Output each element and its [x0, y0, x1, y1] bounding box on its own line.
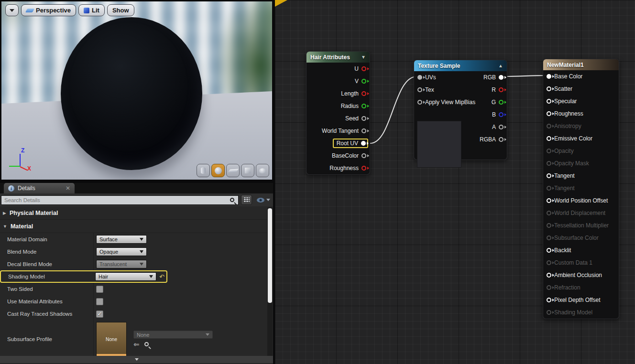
- pin-row[interactable]: A: [476, 121, 507, 133]
- pin-row[interactable]: BaseColor: [307, 150, 370, 162]
- wire-rgb-to-basecolor[interactable]: [503, 75, 546, 76]
- view-options-button[interactable]: [254, 197, 272, 203]
- close-icon[interactable]: ✕: [66, 185, 70, 192]
- preview-viewport[interactable]: Perspective Lit Show Z X: [1, 1, 272, 180]
- use-selected-asset-icon[interactable]: ⇐: [133, 341, 140, 348]
- blend-mode-dropdown[interactable]: Opaque: [96, 247, 147, 256]
- material-node-graph[interactable]: Hair Attributes ▼ U V Length Radius Seed…: [275, 0, 635, 364]
- pin-tangent[interactable]: [547, 173, 551, 178]
- property-matrix-button[interactable]: [241, 195, 252, 205]
- pin-u[interactable]: [361, 66, 366, 71]
- pin-a[interactable]: [499, 125, 504, 129]
- pin-row[interactable]: V: [307, 75, 370, 87]
- pin-row[interactable]: Apply View MipBias: [414, 96, 479, 108]
- pin-row[interactable]: Tex: [414, 84, 479, 96]
- shape-button-sphere[interactable]: [211, 164, 225, 177]
- shape-button-cylinder[interactable]: [197, 164, 210, 177]
- pin-roughness[interactable]: [547, 111, 551, 116]
- pin-seed[interactable]: [361, 116, 366, 121]
- pin-pixel-depth-offset[interactable]: [547, 298, 551, 302]
- search-input[interactable]: [1, 197, 230, 203]
- pin-backlit[interactable]: [547, 248, 551, 253]
- pin-rgba[interactable]: [499, 137, 504, 142]
- node-header[interactable]: Hair Attributes ▼: [307, 52, 370, 63]
- pin-row[interactable]: Length: [307, 87, 370, 100]
- scrollbar-thumb[interactable]: [268, 208, 272, 303]
- node-header[interactable]: NewMaterial1: [543, 59, 619, 70]
- pin-roughness[interactable]: [361, 166, 366, 171]
- pin-row[interactable]: Ambient Occlusion: [543, 269, 619, 281]
- pin-row[interactable]: R: [476, 84, 507, 96]
- lit-mode-button[interactable]: Lit: [78, 4, 105, 16]
- cast-ray-traced-shadows-checkbox[interactable]: [96, 310, 103, 318]
- pin-length[interactable]: [361, 91, 366, 96]
- pin-r[interactable]: [499, 87, 504, 92]
- node-newmaterial1[interactable]: NewMaterial1 Base Color Scatter Specular…: [543, 59, 619, 319]
- pin-row[interactable]: G: [476, 96, 507, 108]
- pin-row[interactable]: RGBA: [476, 133, 507, 146]
- wire-rootuv-to-uvs[interactable]: [370, 76, 417, 143]
- node-texture-sample[interactable]: Texture Sample ▲ UVs Tex Apply View MipB…: [414, 60, 507, 160]
- pin-scatter[interactable]: [547, 86, 551, 91]
- pin-radius[interactable]: [361, 104, 366, 108]
- pin-specular[interactable]: [547, 99, 551, 104]
- two-sided-checkbox[interactable]: [96, 286, 103, 293]
- pin-row[interactable]: B: [476, 108, 507, 121]
- show-button[interactable]: Show: [107, 4, 134, 16]
- pin-root-uv[interactable]: [361, 141, 366, 146]
- pin-apply-view-mipbias[interactable]: [417, 100, 422, 105]
- shape-button-cube[interactable]: [241, 164, 254, 177]
- viewport-options-button[interactable]: [5, 4, 19, 16]
- details-scrollbar[interactable]: [267, 207, 273, 356]
- pin-row[interactable]: UVs: [414, 71, 479, 84]
- node-header[interactable]: Texture Sample ▲: [414, 60, 507, 71]
- tab-details[interactable]: i Details ✕: [4, 183, 75, 193]
- collapse-icon[interactable]: ▼: [361, 54, 366, 60]
- pin-row[interactable]: Backlit: [543, 244, 619, 257]
- shading-model-dropdown[interactable]: Hair: [95, 272, 156, 281]
- pin-g[interactable]: [499, 100, 504, 105]
- pin-b[interactable]: [499, 112, 504, 117]
- pin-base-color[interactable]: [547, 74, 551, 79]
- pin-row[interactable]: Pixel Depth Offset: [543, 294, 619, 306]
- pin-row[interactable]: Roughness: [543, 107, 619, 120]
- pin-row[interactable]: Seed: [307, 112, 370, 125]
- node-hair-attributes[interactable]: Hair Attributes ▼ U V Length Radius Seed…: [306, 51, 370, 175]
- subsurface-profile-thumbnail[interactable]: None: [96, 322, 127, 356]
- details-panel: i Details ✕ ▶ Physical Ma: [0, 183, 273, 364]
- pin-row[interactable]: Radius: [307, 100, 370, 112]
- pin-row[interactable]: Specular: [543, 95, 619, 107]
- pin-row: Anisotropy: [543, 120, 619, 132]
- reset-to-default-icon[interactable]: ↶: [159, 274, 164, 280]
- pin-world-tangent[interactable]: [361, 128, 366, 133]
- perspective-button[interactable]: Perspective: [21, 4, 76, 16]
- pin-v[interactable]: [361, 79, 366, 84]
- pin-rgb[interactable]: [499, 75, 504, 80]
- expanded-arrow-icon: ▼: [3, 224, 7, 229]
- pin-row[interactable]: Roughness: [307, 162, 370, 174]
- shape-button-plane[interactable]: [226, 164, 240, 177]
- pin-ambient-occlusion[interactable]: [547, 273, 551, 278]
- pin-row[interactable]: Emissive Color: [543, 132, 619, 145]
- pin-row-selected[interactable]: Root UV: [307, 137, 370, 150]
- browse-asset-icon[interactable]: [144, 342, 149, 346]
- section-material[interactable]: ▼ Material: [0, 220, 273, 233]
- pin-emissive-color[interactable]: [547, 136, 551, 141]
- shape-button-teapot[interactable]: [256, 164, 269, 177]
- pin-row[interactable]: U: [307, 63, 370, 75]
- pin-world-position-offset[interactable]: [547, 198, 551, 203]
- pin-row[interactable]: World Position Offset: [543, 194, 619, 207]
- details-expander[interactable]: [0, 356, 273, 363]
- section-physical-material[interactable]: ▶ Physical Material: [0, 206, 273, 220]
- pin-tex[interactable]: [417, 87, 422, 92]
- pin-row[interactable]: Base Color: [543, 70, 619, 83]
- collapse-icon[interactable]: ▲: [498, 63, 503, 68]
- use-material-attributes-checkbox[interactable]: [96, 298, 103, 305]
- pin-row[interactable]: Tangent: [543, 170, 619, 182]
- pin-basecolor[interactable]: [361, 153, 366, 158]
- pin-row[interactable]: Scatter: [543, 83, 619, 95]
- pin-row[interactable]: RGB: [476, 71, 507, 84]
- pin-row[interactable]: World Tangent: [307, 125, 370, 137]
- pin-uvs[interactable]: [417, 75, 422, 80]
- material-domain-dropdown[interactable]: Surface: [96, 235, 147, 244]
